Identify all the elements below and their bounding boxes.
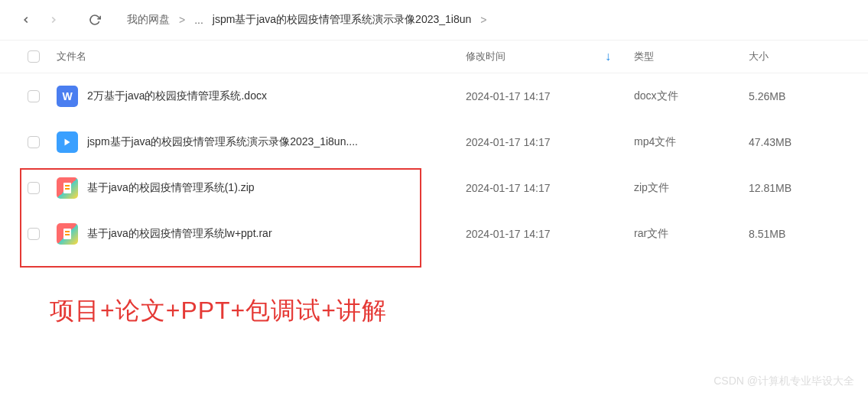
annotation-text: 项目+论文+PPT+包调试+讲解 xyxy=(50,294,387,328)
file-size: 47.43MB xyxy=(749,136,840,148)
column-header-type[interactable]: 类型 xyxy=(634,50,749,63)
file-mtime: 2024-01-17 14:17 xyxy=(466,228,634,240)
file-type: mp4文件 xyxy=(634,135,749,149)
file-name[interactable]: 基于java的校园疫情管理系统lw+ppt.rar xyxy=(87,227,466,241)
breadcrumb: 我的网盘 > ... jspm基于java的校园疫情管理系统演示录像2023_1… xyxy=(127,13,486,27)
file-size: 5.26MB xyxy=(749,90,840,102)
breadcrumb-root[interactable]: 我的网盘 xyxy=(127,13,170,27)
watermark: CSDN @计算机专业毕设大全 xyxy=(714,375,854,388)
forward-button[interactable] xyxy=(43,9,64,31)
file-list: W2万基于java的校园疫情管理系统.docx2024-01-17 14:17d… xyxy=(0,73,868,257)
file-size: 8.51MB xyxy=(749,228,840,240)
mp4-file-icon xyxy=(57,131,78,153)
table-header: 文件名 修改时间 ↓ 类型 大小 xyxy=(0,40,868,73)
file-type: rar文件 xyxy=(634,227,749,241)
column-header-mtime-label: 修改时间 xyxy=(466,50,506,63)
back-button[interactable] xyxy=(15,9,37,31)
file-name[interactable]: jspm基于java的校园疫情管理系统演示录像2023_1i8un.... xyxy=(87,135,466,149)
file-name[interactable]: 2万基于java的校园疫情管理系统.docx xyxy=(87,89,466,103)
column-header-mtime[interactable]: 修改时间 ↓ xyxy=(466,50,634,63)
table-row[interactable]: 基于java的校园疫情管理系统(1).zip2024-01-17 14:17zi… xyxy=(0,165,868,211)
rar-file-icon xyxy=(57,223,78,245)
column-header-size[interactable]: 大小 xyxy=(749,50,840,63)
file-type: docx文件 xyxy=(634,89,749,103)
svg-marker-0 xyxy=(65,139,70,146)
chevron-right-icon: > xyxy=(179,14,185,26)
select-all-checkbox[interactable] xyxy=(28,50,40,63)
row-checkbox[interactable] xyxy=(28,136,40,148)
file-mtime: 2024-01-17 14:17 xyxy=(466,136,634,148)
table-row[interactable]: W2万基于java的校园疫情管理系统.docx2024-01-17 14:17d… xyxy=(0,73,868,119)
file-mtime: 2024-01-17 14:17 xyxy=(466,90,634,102)
sort-arrow-down-icon: ↓ xyxy=(605,50,611,63)
docx-file-icon: W xyxy=(57,86,78,107)
row-checkbox[interactable] xyxy=(28,90,40,102)
row-checkbox[interactable] xyxy=(28,182,40,194)
chevron-right-icon: > xyxy=(480,14,486,26)
row-checkbox[interactable] xyxy=(28,228,40,240)
column-header-name[interactable]: 文件名 xyxy=(57,50,466,63)
file-type: zip文件 xyxy=(634,181,749,195)
file-mtime: 2024-01-17 14:17 xyxy=(466,182,634,194)
breadcrumb-current: jspm基于java的校园疫情管理系统演示录像2023_1i8un xyxy=(213,13,471,27)
breadcrumb-ellipsis[interactable]: ... xyxy=(194,14,203,26)
file-size: 12.81MB xyxy=(749,182,840,194)
refresh-button[interactable] xyxy=(84,9,106,31)
table-row[interactable]: 基于java的校园疫情管理系统lw+ppt.rar2024-01-17 14:1… xyxy=(0,211,868,257)
toolbar: 我的网盘 > ... jspm基于java的校园疫情管理系统演示录像2023_1… xyxy=(0,0,868,40)
table-row[interactable]: jspm基于java的校园疫情管理系统演示录像2023_1i8un....202… xyxy=(0,119,868,165)
file-name[interactable]: 基于java的校园疫情管理系统(1).zip xyxy=(87,181,466,195)
zip-file-icon xyxy=(57,177,78,199)
